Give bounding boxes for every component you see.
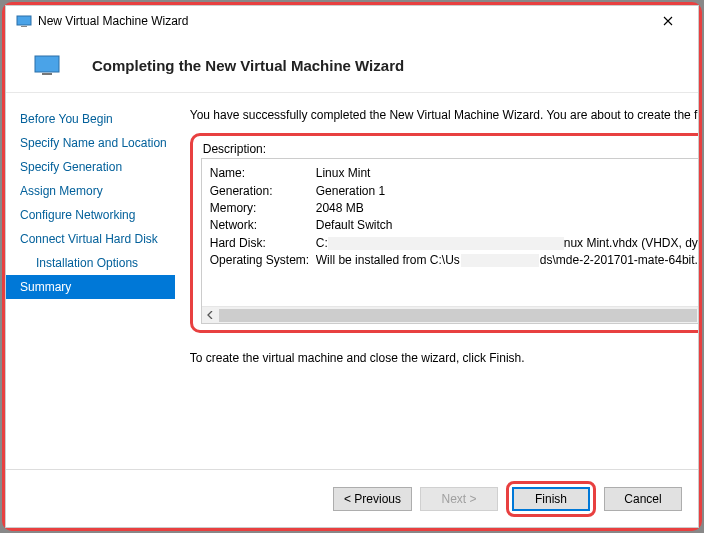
summary-row-memory: Memory: 2048 MB: [210, 200, 698, 217]
app-icon: [16, 13, 32, 29]
window-title: New Virtual Machine Wizard: [38, 14, 648, 28]
summary-row-generation: Generation: Generation 1: [210, 183, 698, 200]
step-installation-options[interactable]: Installation Options: [6, 251, 175, 275]
wizard-content: You have successfully completed the New …: [176, 93, 698, 469]
wizard-footer: < Previous Next > Finish Cancel: [6, 469, 698, 527]
step-specify-name[interactable]: Specify Name and Location: [6, 131, 175, 155]
svg-rect-1: [21, 26, 27, 27]
finish-highlight: Finish: [506, 481, 596, 517]
svg-rect-2: [35, 56, 59, 72]
step-specify-generation[interactable]: Specify Generation: [6, 155, 175, 179]
description-panel: Name: Linux Mint Generation: Generation …: [201, 158, 698, 324]
summary-footnote: To create the virtual machine and close …: [190, 351, 698, 365]
step-summary[interactable]: Summary: [6, 275, 175, 299]
wizard-window: New Virtual Machine Wizard Completing th…: [5, 5, 699, 528]
svg-rect-3: [42, 73, 52, 75]
titlebar: New Virtual Machine Wizard: [6, 6, 698, 36]
summary-row-name: Name: Linux Mint: [210, 165, 698, 182]
cancel-button[interactable]: Cancel: [604, 487, 682, 511]
page-heading: Completing the New Virtual Machine Wizar…: [92, 57, 404, 74]
previous-button[interactable]: < Previous: [333, 487, 412, 511]
summary-intro: You have successfully completed the New …: [190, 107, 698, 123]
summary-row-os: Operating System: Will be installed from…: [210, 252, 698, 269]
scroll-left-arrow[interactable]: [202, 307, 219, 324]
scroll-track[interactable]: [219, 307, 698, 324]
step-configure-networking[interactable]: Configure Networking: [6, 203, 175, 227]
close-button[interactable]: [648, 7, 688, 35]
description-label: Description:: [201, 142, 698, 156]
scroll-thumb[interactable]: [219, 309, 697, 322]
svg-rect-0: [17, 16, 31, 25]
description-highlight: Description: Name: Linux Mint Generation…: [190, 133, 698, 333]
step-assign-memory[interactable]: Assign Memory: [6, 179, 175, 203]
summary-row-harddisk: Hard Disk: C:nux Mint.vhdx (VHDX, dynami…: [210, 235, 698, 252]
step-connect-vhd[interactable]: Connect Virtual Hard Disk: [6, 227, 175, 251]
wizard-icon: [34, 54, 62, 76]
wizard-steps-sidebar: Before You Begin Specify Name and Locati…: [6, 93, 176, 469]
redacted-path: [461, 254, 539, 267]
redacted-path: [328, 237, 564, 250]
step-before-you-begin[interactable]: Before You Begin: [6, 107, 175, 131]
wizard-header: Completing the New Virtual Machine Wizar…: [6, 36, 698, 93]
next-button: Next >: [420, 487, 498, 511]
horizontal-scrollbar[interactable]: [202, 306, 698, 323]
finish-button[interactable]: Finish: [512, 487, 590, 511]
summary-row-network: Network: Default Switch: [210, 217, 698, 234]
